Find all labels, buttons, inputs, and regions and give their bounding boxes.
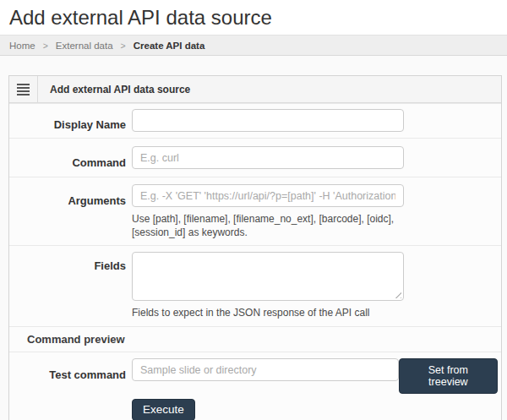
- arguments-input[interactable]: [132, 184, 404, 207]
- test-command-input[interactable]: [132, 358, 399, 381]
- test-command-label: Test command: [9, 358, 126, 420]
- command-preview-label: Command preview: [27, 333, 125, 346]
- page-title: Add external API data source: [9, 6, 499, 30]
- arguments-label: Arguments: [9, 184, 126, 239]
- panel-title: Add external API data source: [38, 76, 190, 102]
- display-name-input[interactable]: [132, 109, 404, 132]
- command-row: Command: [9, 138, 501, 177]
- arguments-row: Arguments Use [path], [filename], [filen…: [9, 177, 501, 245]
- display-name-label: Display Name: [9, 109, 126, 132]
- add-api-data-source-panel: Add external API data source Display Nam…: [8, 75, 502, 420]
- breadcrumb-separator-icon: >: [121, 41, 126, 51]
- breadcrumb-home-link[interactable]: Home: [9, 41, 35, 51]
- hamburger-menu-icon: [17, 84, 30, 95]
- execute-button[interactable]: Execute: [132, 399, 195, 420]
- breadcrumb-separator-icon: >: [43, 41, 48, 51]
- display-name-row: Display Name: [9, 103, 501, 138]
- fields-textarea[interactable]: [132, 252, 404, 301]
- test-command-row: Test command Set from treeview Execute: [9, 352, 501, 420]
- command-input[interactable]: [132, 146, 404, 169]
- breadcrumb: Home > External data > Create API data: [0, 35, 507, 56]
- fields-help-text: Fields to expect in the JSON response of…: [132, 306, 411, 319]
- set-from-treeview-button[interactable]: Set from treeview: [399, 358, 498, 394]
- command-preview-row: Command preview: [9, 326, 501, 352]
- fields-label: Fields: [9, 252, 126, 319]
- page-header: Add external API data source: [0, 0, 507, 35]
- command-label: Command: [9, 146, 126, 169]
- panel-header: Add external API data source: [9, 76, 501, 103]
- breadcrumb-external-data-link[interactable]: External data: [56, 41, 113, 51]
- fields-row: Fields Fields to expect in the JSON resp…: [9, 245, 501, 326]
- arguments-help-text: Use [path], [filename], [filename_no_ext…: [132, 212, 411, 239]
- breadcrumb-current-page: Create API data: [134, 41, 205, 51]
- panel-menu-button[interactable]: [9, 76, 38, 102]
